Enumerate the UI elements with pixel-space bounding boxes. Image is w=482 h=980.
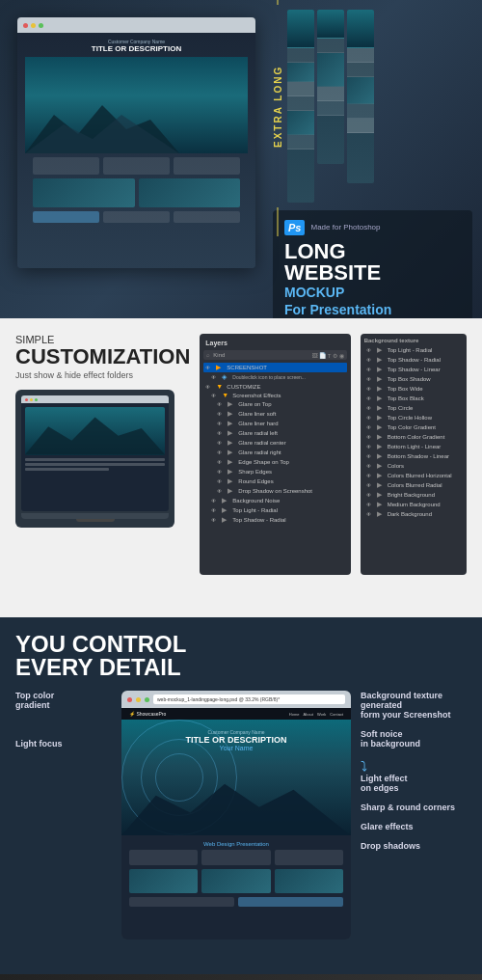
layer-icon-7: ▶ [228,420,235,427]
layer-smart-obj[interactable]: 👁 ◈ Doubleclick icon to place screen... [203,372,346,382]
rl-bottom-light[interactable]: 👁▶Bottom Light - Linear [364,442,463,451]
browser-dot-red [127,697,132,702]
anno-bg-texture: Background texture generatedform your Sc… [361,691,467,720]
customization-section: SIMPLE CUSTOMIZATION Just show & hide ef… [0,318,482,617]
mockup-window-bar [17,17,255,33]
control-layout: Top colorgradient Light focus web-mockup… [15,691,467,939]
layer-glare-hard-label: Glare liner hard [238,421,344,426]
strip-gray-3 [287,135,314,150]
drop-shadows-label: Drop shadows [361,841,467,851]
strip-light-2 [317,87,344,101]
rll-colors: Colors [388,463,461,469]
rl-top-box-black[interactable]: 👁▶Top Box Black [364,394,463,403]
layer-glare-rleft-label: Glare radial left [238,430,344,436]
rl-colors-blur-h[interactable]: 👁▶Colors Blurred Horizontal [364,471,463,480]
lower-img-3 [275,869,343,893]
rl-bottom-color-grad[interactable]: 👁▶Bottom Color Gradient [364,432,463,442]
li-r17: ▶ [377,501,385,508]
eye-icon-r16: 👁 [366,492,374,498]
mockup-img-block-2 [139,178,241,207]
eye-icon-11: 👁 [217,459,225,465]
eye-icon-r3: 👁 [366,367,374,372]
layer-screenshot-label: SCREENSHOT [227,365,344,370]
rl-bright-bg[interactable]: 👁▶Bright Background [364,490,463,500]
rll-dark: Dark Background [388,511,461,517]
eye-icon-r15: 👁 [366,482,374,488]
eye-icon-r17: 👁 [366,502,374,507]
laptop-dot-yellow [30,398,33,401]
laptop-text-rows [25,458,165,471]
layer-drop-shadow-screenshot[interactable]: 👁 ▶ Drop Shadow on Screenshot [203,486,346,496]
layer-screenshot-group[interactable]: 👁 ▶ SCREENSHOT [203,363,346,372]
lower-block-btn [238,897,343,907]
laptop-content [21,403,169,475]
li-r14: ▶ [377,472,385,479]
li-r16: ▶ [377,491,385,499]
control-header: YOU CONTROL EVERY DETAIL [15,633,467,679]
layer-glare-liner-soft[interactable]: 👁 ▶ Glare liner soft [203,409,346,419]
eye-icon-r8: 👁 [366,415,374,421]
laptop-hero-area [25,407,165,455]
layer-top-shadow-radial[interactable]: 👁 ▶ Top Shadow - Radial [203,515,346,525]
layer-top-light-radial[interactable]: 👁 ▶ Top Light - Radial [203,505,346,515]
strip-gray-7 [347,104,374,119]
rll-top-shadow-l: Top Shadow - Linear [388,367,461,372]
mockup-btn [33,211,99,223]
layer-customize-group[interactable]: 👁 ▼ CUSTOMIZE [203,382,346,391]
rl-dark-bg[interactable]: 👁▶Dark Background [364,509,463,519]
extra-long-label: EXTRA LONG [273,10,283,203]
rl-colors-blur-r[interactable]: 👁▶Colors Blurred Radial [364,480,463,490]
features-box: Ps Made for Photoshop LONG WEBSITE MOCKU… [273,210,472,318]
mockup-block-4 [103,211,170,223]
layer-glare-radial-center[interactable]: 👁 ▶ Glare radial center [203,438,346,448]
layer-sharp-edges[interactable]: 👁 ▶ Sharp Edges [203,467,346,476]
rll-bottom-shadow: Bottom Shadow - Linear [388,453,461,459]
strip-gray-5 [317,101,344,116]
rl-top-box-shadow[interactable]: 👁▶Top Box Shadow [364,374,463,384]
layers-kind-label: Kind [213,352,225,358]
eye-icon-r18: 👁 [366,511,374,517]
rl-top-light-radial[interactable]: 👁▶Top Light - Radial [364,345,463,355]
rl-bottom-shadow[interactable]: 👁▶Bottom Shadow - Linear [364,451,463,461]
layer-bg-noise[interactable]: 👁 ▶ Background Noise [203,496,346,505]
layer-icon-17: ▶ [222,516,229,524]
layer-glare-soft-label: Glare liner soft [238,411,344,417]
laptop-mountain-svg [25,407,165,455]
laptop-stand [76,519,115,522]
annotation-top-gradient: Top colorgradient [15,691,112,710]
rl-top-box-wide[interactable]: 👁▶Top Box Wide [364,384,463,394]
layer-glare-liner-hard[interactable]: 👁 ▶ Glare liner hard [203,419,346,428]
layer-icon-5: ▶ [228,400,235,408]
main-mockup-preview: Customer Company Name TITLE OR DESCRIPTI… [17,17,255,268]
eye-icon-r9: 👁 [366,424,374,430]
layer-screenshot-effects[interactable]: 👁 ▼ Screenshot Effects [203,391,346,399]
layer-glare-top[interactable]: 👁 ▶ Glare on Top [203,399,346,409]
rll-top-box: Top Box Shadow [388,376,461,382]
layer-edge-shape[interactable]: 👁 ▶ Edge Shape on Top [203,457,346,467]
layers-icons: 🖼 📄 T ⚙ ◉ [312,352,344,359]
strip-1 [287,10,314,203]
layer-effects-label: Screenshot Effects [232,393,344,398]
layer-glare-radial-left[interactable]: 👁 ▶ Glare radial left [203,428,346,438]
rl-top-shadow-radial[interactable]: 👁▶Top Shadow - Radial [364,355,463,365]
rl-top-color-grad[interactable]: 👁▶Top Color Gradient [364,422,463,432]
li-r18: ▶ [377,510,385,518]
rl-colors[interactable]: 👁▶Colors [364,461,463,471]
rl-top-shadow-linear[interactable]: 👁▶Top Shadow - Linear [364,365,463,374]
control-annotations-left: Top colorgradient Light focus [15,691,112,939]
rl-top-circle-hollow[interactable]: 👁▶Top Circle Hollow [364,413,463,422]
layer-glare-radial-right[interactable]: 👁 ▶ Glare radial right [203,448,346,457]
site-nav-bar: ⚡ ShowcasePro Home About Work Contact [121,708,351,720]
rl-medium-bg[interactable]: 👁▶Medium Background [364,500,463,509]
arrow-icon: ⤵ [361,758,367,774]
layer-round-edges[interactable]: 👁 ▶ Round Edges [203,476,346,486]
search-icon: ⌕ [206,352,210,358]
browser-site-title: TITLE OR DESCRIPTION [121,735,351,745]
layer-glare-rcenter-label: Glare radial center [238,440,344,446]
strip-gray-4 [317,39,344,53]
rll-bottom-light: Bottom Light - Linear [388,444,461,449]
rl-top-circle[interactable]: 👁▶Top Circle [364,403,463,413]
layer-bg-noise-label: Background Noise [232,498,344,504]
lower-block-3 [275,850,343,865]
layer-top-shadow-radial-label: Top Shadow - Radial [232,517,344,523]
